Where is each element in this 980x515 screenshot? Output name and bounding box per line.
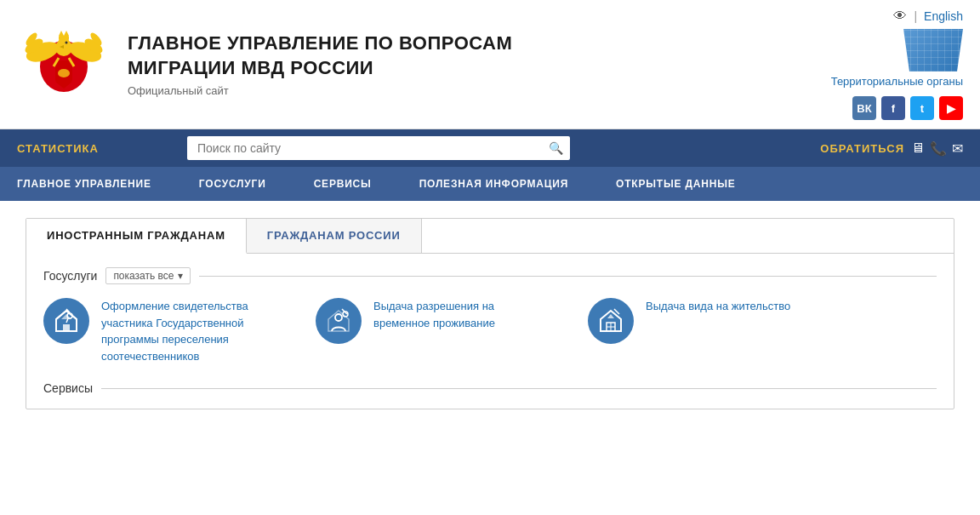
vk-icon[interactable]: ВК — [852, 96, 876, 120]
site-title-text: ГЛАВНОЕ УПРАВЛЕНИЕ ПО ВОПРОСАМ МИГРАЦИИ … — [128, 32, 512, 78]
main-content: ИНОСТРАННЫМ ГРАЖДАНАМ ГРАЖДАНАМ РОССИИ Г… — [0, 201, 980, 426]
phone-icon: 📞 — [930, 140, 947, 157]
show-all-button[interactable]: показать все ▾ — [105, 267, 190, 284]
contact-nav: ОБРАТИТЬСЯ 🖥 📞 ✉ — [820, 140, 963, 157]
service-card-2: Выдача разрешения на временное проживани… — [316, 298, 554, 364]
search-button[interactable]: 🔍 — [549, 141, 563, 155]
eye-icon: 👁 — [893, 9, 907, 24]
service-icon-residence — [588, 298, 634, 344]
tabs-container: ИНОСТРАННЫМ ГРАЖДАНАМ ГРАЖДАНАМ РОССИИ Г… — [26, 218, 954, 409]
show-all-label: показать все — [113, 270, 174, 282]
social-icons: ВК f t ▶ — [852, 96, 963, 120]
email-icon: ✉ — [952, 140, 963, 157]
service-card-3: Выдача вида на жительство — [588, 298, 826, 364]
service-cards: Оформление свидетельства участника Госуд… — [43, 298, 937, 364]
nav-item-info[interactable]: ПОЛЕЗНАЯ ИНФОРМАЦИЯ — [396, 167, 592, 201]
service-icon-resettlement — [43, 298, 89, 344]
svg-marker-33 — [607, 314, 614, 318]
svg-point-13 — [66, 41, 68, 43]
chevron-down-icon: ▾ — [178, 270, 183, 282]
search-container: 🔍 — [187, 136, 570, 160]
service-link-3[interactable]: Выдача вида на жительство — [646, 298, 790, 315]
header: ГЛАВНОЕ УПРАВЛЕНИЕ ПО ВОПРОСАМ МИГРАЦИИ … — [0, 0, 980, 129]
logo — [17, 18, 111, 112]
service-link-1[interactable]: Оформление свидетельства участника Госуд… — [101, 298, 282, 364]
nav-item-main[interactable]: ГЛАВНОЕ УПРАВЛЕНИЕ — [17, 167, 175, 201]
services-section-header: Сервисы — [43, 381, 937, 395]
tab-foreign-citizens[interactable]: ИНОСТРАННЫМ ГРАЖДАНАМ — [26, 219, 247, 254]
youtube-icon[interactable]: ▶ — [939, 96, 963, 120]
nav-item-gosuslugi[interactable]: ГОСУСЛУГИ — [175, 167, 290, 201]
services-divider — [101, 388, 937, 389]
svg-point-25 — [335, 314, 342, 321]
nav-bar-secondary: ГЛАВНОЕ УПРАВЛЕНИЕ ГОСУСЛУГИ СЕРВИСЫ ПОЛ… — [0, 167, 980, 201]
services-title: Сервисы — [43, 381, 93, 395]
svg-point-16 — [58, 69, 70, 77]
tab-russian-citizens[interactable]: ГРАЖДАНАМ РОССИИ — [247, 219, 422, 253]
monitor-icon: 🖥 — [911, 140, 925, 156]
svg-marker-10 — [64, 31, 69, 36]
contact-label[interactable]: ОБРАТИТЬСЯ — [820, 142, 904, 155]
tabs-header: ИНОСТРАННЫМ ГРАЖДАНАМ ГРАЖДАНАМ РОССИИ — [26, 219, 954, 254]
english-link[interactable]: English — [924, 9, 963, 23]
svg-marker-9 — [59, 31, 64, 36]
gosuslugi-section-header: Госуслуги показать все ▾ — [43, 267, 937, 284]
territorial-block: Территориальные органы — [831, 29, 963, 88]
svg-rect-20 — [63, 324, 70, 331]
header-title-block: ГЛАВНОЕ УПРАВЛЕНИЕ ПО ВОПРОСАМ МИГРАЦИИ … — [128, 31, 814, 96]
site-subtitle: Официальный сайт — [128, 84, 814, 97]
stat-label[interactable]: СТАТИСТИКА — [17, 142, 187, 155]
header-right: 👁 | English Территориальные органы ВК f … — [831, 9, 963, 120]
service-link-2[interactable]: Выдача разрешения на временное проживани… — [373, 298, 554, 331]
gosuslugi-title: Госуслуги — [43, 269, 97, 283]
service-card-1: Оформление свидетельства участника Госуд… — [43, 298, 282, 364]
site-title: ГЛАВНОЕ УПРАВЛЕНИЕ ПО ВОПРОСАМ МИГРАЦИИ … — [128, 31, 814, 80]
nav-bar-primary: СТАТИСТИКА 🔍 ОБРАТИТЬСЯ 🖥 📞 ✉ — [0, 129, 980, 167]
facebook-icon[interactable]: f — [881, 96, 905, 120]
lang-row: 👁 | English — [893, 9, 963, 24]
territorial-grid-graphic — [903, 29, 963, 72]
nav-item-opendata[interactable]: ОТКРЫТЫЕ ДАННЫЕ — [592, 167, 759, 201]
twitter-icon[interactable]: t — [910, 96, 934, 120]
lang-separator: | — [914, 9, 917, 23]
nav-item-services[interactable]: СЕРВИСЫ — [290, 167, 396, 201]
territorial-link[interactable]: Территориальные органы — [831, 75, 963, 88]
section-divider — [199, 276, 937, 277]
search-input[interactable] — [187, 136, 570, 160]
tab-content: Госуслуги показать все ▾ — [26, 254, 954, 409]
contact-icons: 🖥 📞 ✉ — [911, 140, 963, 157]
service-icon-temporary — [316, 298, 362, 344]
